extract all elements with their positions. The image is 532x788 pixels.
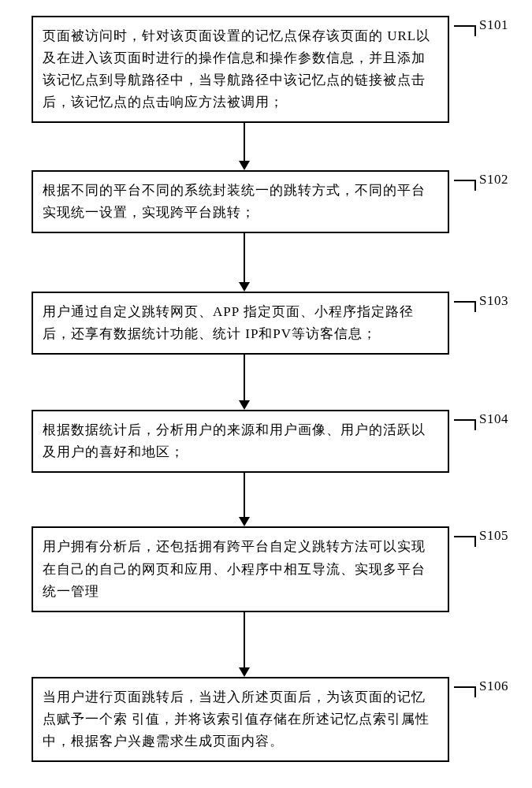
flow-step: 用户通过自定义跳转网页、APP 指定页面、小程序指定路径后，还享有数据统计功能、… xyxy=(32,292,508,355)
step-label: S105 xyxy=(479,528,508,544)
step-label: S106 xyxy=(479,678,508,694)
flow-step: 页面被访问时，针对该页面设置的记忆点保存该页面的 URL以及在进入该页面时进行的… xyxy=(32,16,508,123)
step-box: 页面被访问时，针对该页面设置的记忆点保存该页面的 URL以及在进入该页面时进行的… xyxy=(32,16,449,123)
arrow-line xyxy=(244,612,245,667)
arrow-head-icon xyxy=(239,282,250,292)
arrow xyxy=(32,355,508,410)
arrow-line xyxy=(244,473,245,517)
arrow xyxy=(32,233,508,292)
step-label-wrap: S102 xyxy=(454,172,508,191)
flow-step: 根据不同的平台不同的系统封装统一的跳转方式，不同的平台实现统一设置，实现跨平台跳… xyxy=(32,170,508,233)
arrow xyxy=(32,473,508,526)
arrow-line xyxy=(244,355,245,400)
arrow xyxy=(32,123,508,170)
arrow-head-icon xyxy=(239,517,250,526)
step-label: S103 xyxy=(479,293,508,309)
step-label: S101 xyxy=(479,17,508,33)
step-label-wrap: S106 xyxy=(454,678,508,697)
step-label-wrap: S101 xyxy=(454,17,508,36)
step-label-wrap: S105 xyxy=(454,528,508,547)
step-label: S102 xyxy=(479,172,508,188)
arrow xyxy=(32,612,508,677)
leader-line xyxy=(454,25,476,36)
arrow-head-icon xyxy=(239,667,250,677)
flow-step: 根据数据统计后，分析用户的来源和用户画像、用户的活跃以及用户的喜好和地区；S10… xyxy=(32,410,508,473)
leader-line xyxy=(454,301,476,312)
flow-step: 用户拥有分析后，还包括拥有跨平台自定义跳转方法可以实现在自己的自己的网页和应用、… xyxy=(32,526,508,611)
arrow-line xyxy=(244,233,245,282)
flowchart: 页面被访问时，针对该页面设置的记忆点保存该页面的 URL以及在进入该页面时进行的… xyxy=(32,16,508,762)
arrow-line xyxy=(244,123,245,161)
step-label-wrap: S103 xyxy=(454,293,508,312)
leader-line xyxy=(454,536,476,547)
step-label-wrap: S104 xyxy=(454,411,508,430)
arrow-head-icon xyxy=(239,161,250,170)
step-box: 根据数据统计后，分析用户的来源和用户画像、用户的活跃以及用户的喜好和地区； xyxy=(32,410,449,473)
step-box: 根据不同的平台不同的系统封装统一的跳转方式，不同的平台实现统一设置，实现跨平台跳… xyxy=(32,170,449,233)
step-label: S104 xyxy=(479,411,508,427)
step-box: 当用户进行页面跳转后，当进入所述页面后，为该页面的记忆点赋予一个索 引值，并将该… xyxy=(32,677,449,762)
leader-line xyxy=(454,419,476,430)
leader-line xyxy=(454,686,476,697)
flow-step: 当用户进行页面跳转后，当进入所述页面后，为该页面的记忆点赋予一个索 引值，并将该… xyxy=(32,677,508,762)
step-box: 用户拥有分析后，还包括拥有跨平台自定义跳转方法可以实现在自己的自己的网页和应用、… xyxy=(32,526,449,611)
leader-line xyxy=(454,180,476,191)
arrow-head-icon xyxy=(239,400,250,410)
step-box: 用户通过自定义跳转网页、APP 指定页面、小程序指定路径后，还享有数据统计功能、… xyxy=(32,292,449,355)
